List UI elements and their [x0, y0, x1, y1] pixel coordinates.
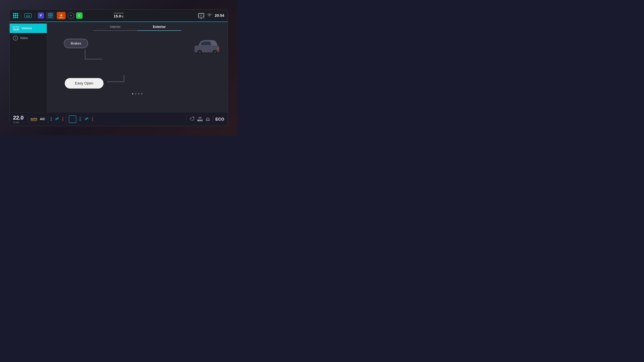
- fan-speed-dots-left[interactable]: [51, 117, 52, 121]
- grid-dot: [15, 17, 16, 18]
- ac-max-label: A/C: [198, 117, 202, 119]
- bottom-temperature: 22.0: [13, 115, 25, 121]
- top-bar: P ASSIST 🔥 MODE +: [10, 10, 228, 22]
- bottom-clima-label: CLIMA: [13, 121, 19, 124]
- svg-rect-4: [198, 13, 204, 17]
- svg-point-17: [56, 118, 58, 119]
- auto-badge[interactable]: AUTO: [30, 117, 37, 121]
- c-label: C: [78, 14, 80, 17]
- svg-point-3: [50, 14, 51, 15]
- right-panel: Interior Exterior: [47, 22, 228, 112]
- grid-dot: [17, 15, 18, 16]
- tabs-row: Interior Exterior: [47, 22, 228, 31]
- svg-point-12: [198, 51, 201, 54]
- temp-dots-right[interactable]: [92, 117, 93, 121]
- vehicle-icon: [13, 26, 19, 30]
- plus-icon: +: [70, 13, 72, 18]
- clock-display: 20:54: [215, 13, 224, 18]
- mode-button[interactable]: 🔥 MODE: [57, 12, 66, 19]
- eco-label[interactable]: ECO: [216, 117, 224, 122]
- brakes-button[interactable]: Brakes: [64, 39, 88, 48]
- fan-icon-left[interactable]: [54, 116, 60, 122]
- ac-zone-button[interactable]: [69, 115, 76, 123]
- mode-label: MODE: [59, 17, 63, 18]
- sidebar-item-vehicle[interactable]: Vehicle: [10, 23, 47, 33]
- ac-label[interactable]: A/C: [40, 117, 45, 121]
- temp-unit: °C: [121, 15, 124, 18]
- fan-speed-dots-right[interactable]: [80, 117, 80, 121]
- grid-dot: [13, 13, 14, 14]
- svg-point-9: [17, 29, 18, 30]
- interior-tab-underline: [93, 30, 137, 31]
- svg-point-19: [190, 118, 192, 119]
- pagination-dot-2[interactable]: [135, 93, 136, 94]
- divider-2: [34, 12, 35, 19]
- car-3d-image: [194, 37, 221, 54]
- ac-max-button[interactable]: A/C MAX: [198, 117, 203, 122]
- grid-dot: [17, 13, 18, 14]
- assist-button[interactable]: ASSIST: [46, 12, 55, 19]
- svg-point-8: [14, 29, 16, 30]
- temp-dots-left[interactable]: [62, 117, 63, 121]
- message-icon[interactable]: [198, 13, 204, 18]
- status-info-icon: i: [13, 36, 18, 40]
- main-screen: P ASSIST 🔥 MODE +: [9, 9, 228, 126]
- parking-button[interactable]: P: [38, 12, 44, 19]
- sidebar-item-status[interactable]: i Status: [10, 33, 47, 43]
- exterior-tab-underline: [137, 30, 181, 31]
- bottom-bar: 22.0 CLIMA AUTO A/C: [10, 112, 228, 126]
- main-content: Vehicle i Status Interior Exterior: [10, 22, 228, 112]
- c-button[interactable]: C: [76, 12, 82, 19]
- recirculation-icon[interactable]: [189, 116, 195, 122]
- tab-exterior[interactable]: Exterior: [137, 25, 181, 31]
- grid-dot: [15, 13, 16, 14]
- parking-label: P: [40, 14, 42, 17]
- bottom-divider-2: [48, 116, 48, 123]
- car-home-icon[interactable]: [24, 13, 32, 18]
- grid-menu-icon[interactable]: [13, 13, 18, 18]
- bottom-divider-1: [28, 116, 28, 123]
- sidebar: Vehicle i Status: [10, 22, 47, 112]
- brakes-connector-line: [75, 50, 102, 65]
- easy-open-button[interactable]: Easy Open: [65, 78, 104, 88]
- ac-max-text: MAX: [198, 119, 203, 122]
- easy-open-connector-line: [107, 75, 134, 88]
- brakes-label: Brakes: [71, 41, 81, 45]
- add-button[interactable]: +: [68, 12, 74, 19]
- top-bar-left: P ASSIST 🔥 MODE +: [13, 12, 198, 19]
- grid-dot: [17, 17, 18, 18]
- assist-label: ASSIST: [48, 16, 53, 18]
- svg-point-14: [214, 51, 216, 54]
- pagination-dot-3[interactable]: [138, 93, 140, 94]
- fan-icon-right[interactable]: [84, 116, 89, 122]
- temperature-value: 15.0°C: [114, 14, 124, 18]
- grid-dot: [13, 17, 14, 18]
- temp-bar: [114, 13, 124, 13]
- bottom-temp-block: 22.0 CLIMA: [13, 115, 25, 124]
- sidebar-status-label: Status: [20, 36, 28, 40]
- tab-interior[interactable]: Interior: [93, 25, 137, 31]
- pagination-dot-1[interactable]: [132, 93, 134, 94]
- sidebar-vehicle-label: Vehicle: [22, 26, 32, 30]
- pagination-dots: [132, 93, 142, 94]
- grid-dot: [13, 15, 14, 16]
- grid-dot: [15, 15, 16, 16]
- easy-open-label: Easy Open: [75, 81, 94, 85]
- car-visualization: Brakes Easy Open: [47, 34, 228, 104]
- temperature-display: 15.0°C: [114, 13, 124, 18]
- pagination-dot-4[interactable]: [141, 93, 142, 94]
- connectivity-icon: [207, 13, 212, 18]
- top-bar-right: 20:54: [198, 13, 224, 18]
- svg-point-1: [29, 16, 30, 17]
- assist-icon: [48, 13, 52, 16]
- bottom-divider-5: [213, 116, 213, 123]
- defrost-icon[interactable]: [205, 116, 210, 122]
- bottom-bar-right: A/C MAX ECO: [186, 116, 224, 123]
- svg-point-0: [26, 16, 28, 17]
- svg-point-18: [86, 118, 87, 119]
